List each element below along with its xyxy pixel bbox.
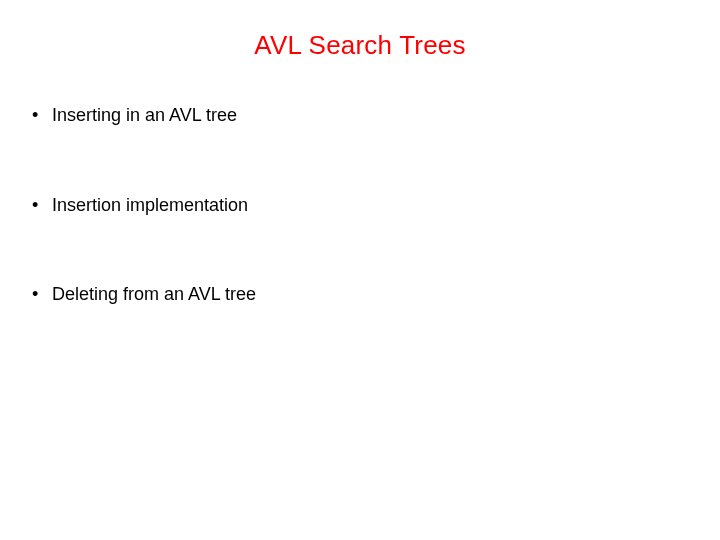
list-item: Deleting from an AVL tree [28, 284, 692, 306]
list-item: Insertion implementation [28, 195, 692, 217]
bullet-list: Inserting in an AVL tree Insertion imple… [28, 105, 692, 306]
slide-title: AVL Search Trees [28, 30, 692, 61]
slide-container: AVL Search Trees Inserting in an AVL tre… [0, 0, 720, 540]
list-item: Inserting in an AVL tree [28, 105, 692, 127]
